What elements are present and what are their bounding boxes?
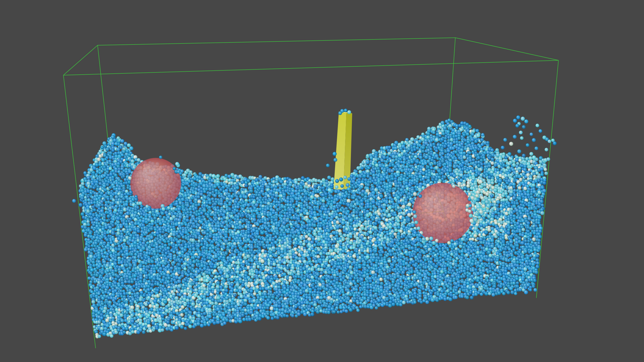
- viewport-3d-canvas[interactable]: [0, 0, 644, 362]
- simulation-viewport: [0, 0, 644, 362]
